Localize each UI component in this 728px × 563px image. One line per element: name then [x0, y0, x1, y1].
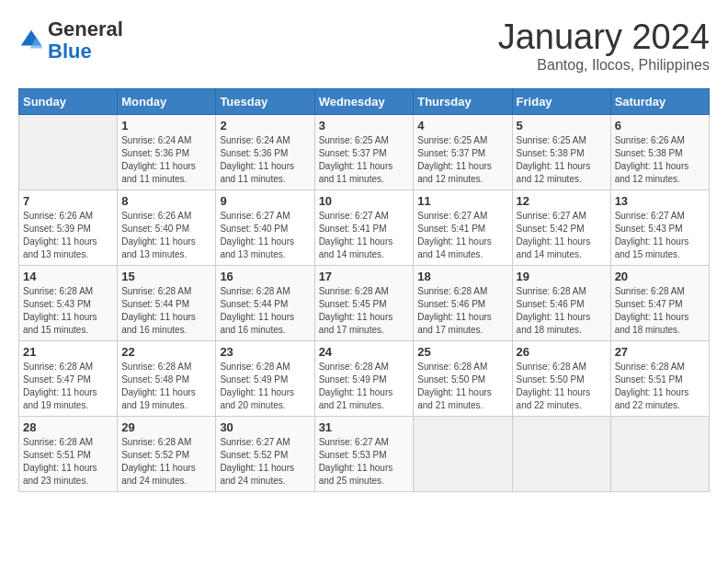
week-row-1: 1Sunrise: 6:24 AMSunset: 5:36 PMDaylight… [19, 114, 710, 190]
day-number: 12 [517, 194, 607, 208]
day-number: 19 [517, 270, 607, 283]
day-cell: 19Sunrise: 6:28 AMSunset: 5:46 PMDayligh… [512, 265, 610, 340]
day-info: Sunrise: 6:27 AMSunset: 5:53 PMDaylight:… [319, 436, 410, 488]
day-info: Sunrise: 6:24 AMSunset: 5:36 PMDaylight:… [121, 134, 211, 186]
day-number: 13 [615, 194, 705, 208]
day-cell: 29Sunrise: 6:28 AMSunset: 5:52 PMDayligh… [118, 416, 216, 491]
day-cell: 13Sunrise: 6:27 AMSunset: 5:43 PMDayligh… [610, 190, 709, 265]
day-number: 2 [220, 119, 310, 132]
week-row-2: 7Sunrise: 6:26 AMSunset: 5:39 PMDaylight… [19, 190, 710, 265]
day-cell: 15Sunrise: 6:28 AMSunset: 5:44 PMDayligh… [118, 265, 216, 340]
day-info: Sunrise: 6:28 AMSunset: 5:52 PMDaylight:… [121, 436, 211, 488]
logo-blue-text: Blue [48, 40, 92, 63]
day-info: Sunrise: 6:28 AMSunset: 5:45 PMDaylight:… [319, 285, 410, 337]
day-info: Sunrise: 6:28 AMSunset: 5:47 PMDaylight:… [615, 285, 705, 337]
day-info: Sunrise: 6:28 AMSunset: 5:44 PMDaylight:… [220, 285, 310, 337]
day-cell: 27Sunrise: 6:28 AMSunset: 5:51 PMDayligh… [610, 340, 709, 416]
day-info: Sunrise: 6:27 AMSunset: 5:41 PMDaylight:… [417, 210, 507, 261]
day-info: Sunrise: 6:28 AMSunset: 5:51 PMDaylight:… [615, 361, 705, 412]
day-info: Sunrise: 6:28 AMSunset: 5:49 PMDaylight:… [319, 361, 410, 412]
day-cell: 25Sunrise: 6:28 AMSunset: 5:50 PMDayligh… [414, 340, 512, 416]
day-cell: 30Sunrise: 6:27 AMSunset: 5:52 PMDayligh… [216, 416, 314, 491]
day-cell: 5Sunrise: 6:25 AMSunset: 5:38 PMDaylight… [512, 114, 610, 190]
day-number: 31 [319, 420, 410, 434]
day-number: 28 [23, 420, 113, 434]
column-header-wednesday: Wednesday [314, 88, 414, 114]
day-cell: 6Sunrise: 6:26 AMSunset: 5:38 PMDaylight… [610, 114, 709, 190]
day-info: Sunrise: 6:28 AMSunset: 5:46 PMDaylight:… [517, 285, 607, 337]
day-number: 26 [517, 345, 607, 359]
day-info: Sunrise: 6:27 AMSunset: 5:42 PMDaylight:… [517, 210, 607, 261]
day-cell: 9Sunrise: 6:27 AMSunset: 5:40 PMDaylight… [216, 190, 314, 265]
day-number: 1 [121, 119, 211, 132]
day-cell [512, 416, 610, 491]
day-number: 9 [220, 194, 310, 208]
logo: General Blue [18, 18, 123, 63]
title-block: January 2024 Bantog, Ilocos, Philippines [498, 18, 710, 74]
day-cell: 1Sunrise: 6:24 AMSunset: 5:36 PMDaylight… [118, 114, 216, 190]
day-info: Sunrise: 6:27 AMSunset: 5:43 PMDaylight:… [615, 210, 705, 261]
day-cell: 11Sunrise: 6:27 AMSunset: 5:41 PMDayligh… [414, 190, 512, 265]
day-info: Sunrise: 6:28 AMSunset: 5:47 PMDaylight:… [23, 361, 113, 412]
day-number: 30 [220, 420, 310, 434]
day-info: Sunrise: 6:28 AMSunset: 5:49 PMDaylight:… [220, 361, 310, 412]
day-cell [19, 114, 118, 190]
day-cell: 16Sunrise: 6:28 AMSunset: 5:44 PMDayligh… [216, 265, 314, 340]
column-header-saturday: Saturday [610, 88, 709, 114]
day-cell: 20Sunrise: 6:28 AMSunset: 5:47 PMDayligh… [610, 265, 709, 340]
day-cell: 21Sunrise: 6:28 AMSunset: 5:47 PMDayligh… [19, 340, 118, 416]
day-number: 25 [417, 345, 507, 359]
day-number: 16 [220, 270, 310, 283]
day-number: 22 [121, 345, 211, 359]
day-number: 8 [121, 194, 211, 208]
column-header-tuesday: Tuesday [216, 88, 314, 114]
location: Bantog, Ilocos, Philippines [498, 57, 710, 74]
day-cell: 26Sunrise: 6:28 AMSunset: 5:50 PMDayligh… [512, 340, 610, 416]
day-info: Sunrise: 6:25 AMSunset: 5:37 PMDaylight:… [417, 134, 507, 186]
column-header-friday: Friday [512, 88, 610, 114]
week-row-4: 21Sunrise: 6:28 AMSunset: 5:47 PMDayligh… [19, 340, 710, 416]
day-cell: 24Sunrise: 6:28 AMSunset: 5:49 PMDayligh… [314, 340, 414, 416]
column-header-thursday: Thursday [414, 88, 512, 114]
day-number: 6 [615, 119, 705, 132]
day-info: Sunrise: 6:26 AMSunset: 5:38 PMDaylight:… [615, 134, 705, 186]
day-number: 7 [23, 194, 113, 208]
day-info: Sunrise: 6:26 AMSunset: 5:39 PMDaylight:… [23, 210, 113, 261]
day-cell: 28Sunrise: 6:28 AMSunset: 5:51 PMDayligh… [19, 416, 118, 491]
month-title: January 2024 [498, 18, 710, 57]
day-cell: 7Sunrise: 6:26 AMSunset: 5:39 PMDaylight… [19, 190, 118, 265]
day-number: 27 [615, 345, 705, 359]
logo-icon [18, 28, 44, 53]
day-number: 21 [23, 345, 113, 359]
column-header-monday: Monday [118, 88, 216, 114]
day-info: Sunrise: 6:28 AMSunset: 5:44 PMDaylight:… [121, 285, 211, 337]
day-cell: 12Sunrise: 6:27 AMSunset: 5:42 PMDayligh… [512, 190, 610, 265]
day-number: 24 [319, 345, 410, 359]
day-number: 23 [220, 345, 310, 359]
day-info: Sunrise: 6:25 AMSunset: 5:37 PMDaylight:… [319, 134, 410, 186]
day-number: 14 [23, 270, 113, 283]
day-info: Sunrise: 6:28 AMSunset: 5:50 PMDaylight:… [517, 361, 607, 412]
day-info: Sunrise: 6:28 AMSunset: 5:50 PMDaylight:… [417, 361, 507, 412]
day-cell: 4Sunrise: 6:25 AMSunset: 5:37 PMDaylight… [414, 114, 512, 190]
day-cell: 22Sunrise: 6:28 AMSunset: 5:48 PMDayligh… [118, 340, 216, 416]
day-info: Sunrise: 6:27 AMSunset: 5:41 PMDaylight:… [319, 210, 410, 261]
day-info: Sunrise: 6:26 AMSunset: 5:40 PMDaylight:… [121, 210, 211, 261]
day-cell: 8Sunrise: 6:26 AMSunset: 5:40 PMDaylight… [118, 190, 216, 265]
day-number: 5 [517, 119, 607, 132]
day-info: Sunrise: 6:28 AMSunset: 5:43 PMDaylight:… [23, 285, 113, 337]
day-number: 15 [121, 270, 211, 283]
day-number: 17 [319, 270, 410, 283]
day-number: 18 [417, 270, 507, 283]
day-number: 10 [319, 194, 410, 208]
day-cell: 17Sunrise: 6:28 AMSunset: 5:45 PMDayligh… [314, 265, 414, 340]
day-cell: 14Sunrise: 6:28 AMSunset: 5:43 PMDayligh… [19, 265, 118, 340]
day-cell [610, 416, 709, 491]
day-cell: 23Sunrise: 6:28 AMSunset: 5:49 PMDayligh… [216, 340, 314, 416]
week-row-5: 28Sunrise: 6:28 AMSunset: 5:51 PMDayligh… [19, 416, 710, 491]
week-row-3: 14Sunrise: 6:28 AMSunset: 5:43 PMDayligh… [19, 265, 710, 340]
day-number: 11 [417, 194, 507, 208]
day-info: Sunrise: 6:24 AMSunset: 5:36 PMDaylight:… [220, 134, 310, 186]
day-info: Sunrise: 6:28 AMSunset: 5:51 PMDaylight:… [23, 436, 113, 488]
day-cell: 31Sunrise: 6:27 AMSunset: 5:53 PMDayligh… [314, 416, 414, 491]
